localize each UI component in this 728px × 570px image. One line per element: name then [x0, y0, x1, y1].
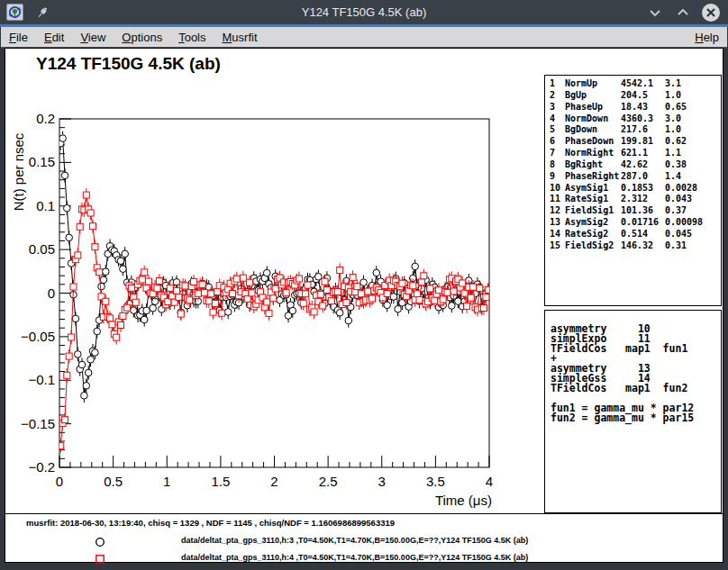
legend-entry: data/deltat_pta_gps_3110,h:3 ,T0=4.50K,T… [5, 534, 724, 547]
svg-text:0.5: 0.5 [104, 474, 123, 489]
legend-open-square-icon [95, 552, 105, 568]
menu-item-tools[interactable]: Tools [170, 29, 214, 46]
svg-text:−0.15: −0.15 [21, 416, 55, 431]
parameter-row: 14RateSig20.5140.045 [545, 229, 721, 240]
svg-text:−0.05: −0.05 [21, 329, 55, 344]
svg-text:2.5: 2.5 [319, 474, 338, 489]
parameter-row: 15FieldSig2146.320.31 [545, 240, 721, 252]
svg-text:Time (μs): Time (μs) [435, 493, 492, 508]
svg-text:4: 4 [486, 474, 493, 489]
fit-status-line: musrfit: 2018-06-30, 13:19:40, chisq = 1… [26, 518, 395, 528]
svg-text:0.15: 0.15 [29, 154, 55, 169]
parameter-row: 9PhaseRight287.01.4 [545, 171, 721, 183]
parameter-row: 2BgUp204.51.0 [545, 90, 721, 102]
app-icon [6, 4, 23, 21]
maximize-button[interactable] [673, 3, 693, 23]
parameter-row: 11RateSig12.3120.043 [545, 194, 721, 205]
legend-label: data/deltat_pta_gps_3110,h:4 ,T0=4.50K,T… [181, 553, 528, 562]
minimize-button[interactable] [645, 3, 665, 23]
legend-entry: data/deltat_pta_gps_3110,h:4 ,T0=4.50K,T… [5, 551, 724, 564]
svg-text:1.5: 1.5 [211, 474, 230, 489]
menu-item-file[interactable]: File [1, 29, 36, 46]
menu-item-edit[interactable]: Edit [36, 29, 72, 46]
close-button[interactable] [701, 3, 721, 23]
menu-item-musrfit[interactable]: Musrfit [214, 29, 266, 46]
legend-separator [5, 513, 724, 514]
menu-item-options[interactable]: Options [114, 29, 170, 46]
title-bar: Y124 TF150G 4.5K (ab) [0, 0, 728, 24]
parameter-row: 13AsymSig20.017160.00098 [545, 217, 721, 229]
parameter-row: 8BgRight42.620.38 [545, 159, 721, 171]
svg-text:0: 0 [56, 474, 63, 489]
svg-text:−0.2: −0.2 [28, 459, 55, 475]
parameter-row: 6PhaseDown199.810.62 [545, 136, 721, 148]
parameter-row: 12FieldSig1101.360.37 [545, 205, 721, 217]
legend-open-circle-icon [95, 535, 105, 551]
legend-label: data/deltat_pta_gps_3110,h:3 ,T0=4.50K,T… [181, 536, 528, 545]
parameter-row: 5BgDown217.61.0 [545, 124, 721, 136]
data-series-squares [58, 188, 492, 453]
pin-icon[interactable] [35, 5, 50, 20]
menu-item-help[interactable]: Help [687, 29, 727, 46]
theory-text: asymmetry 10 simplExpo 11 TFieldCos map1… [545, 311, 721, 423]
parameter-row: 10AsymSig10.18530.0028 [545, 183, 721, 195]
parameter-row: 7NormRight621.11.1 [545, 148, 721, 159]
svg-text:N(t) per nsec: N(t) per nsec [11, 132, 26, 211]
fit-parameter-box: 1NormUp4542.13.12BgUp204.51.03PhaseUp18.… [544, 75, 722, 306]
svg-text:3: 3 [378, 474, 386, 489]
parameter-row: 1NormUp4542.13.1 [545, 78, 721, 90]
application-window: Y124 TF150G 4.5K (ab) FileEditViewOption… [0, 0, 728, 570]
data-series-circles [57, 131, 491, 403]
menu-bar: FileEditViewOptionsToolsMusrfit Help [1, 27, 727, 48]
menu-item-view[interactable]: View [72, 29, 114, 46]
svg-text:0: 0 [48, 285, 55, 301]
theory-box: asymmetry 10 simplExpo 11 TFieldCos map1… [544, 310, 722, 513]
svg-text:2: 2 [270, 474, 278, 489]
window-title: Y124 TF150G 4.5K (ab) [0, 5, 728, 19]
parameter-row: 3PhaseUp18.430.65 [545, 102, 721, 113]
svg-text:−0.1: −0.1 [28, 372, 55, 387]
svg-text:0.1: 0.1 [36, 198, 55, 213]
svg-text:0.2: 0.2 [36, 111, 55, 126]
root-canvas: Y124 TF150G 4.5K (ab) 00.511.522.533.540… [5, 48, 723, 563]
svg-text:0.05: 0.05 [29, 241, 55, 257]
parameter-row: 4NormDown4360.33.0 [545, 113, 721, 125]
svg-text:1: 1 [163, 474, 170, 489]
svg-text:3.5: 3.5 [426, 474, 445, 489]
